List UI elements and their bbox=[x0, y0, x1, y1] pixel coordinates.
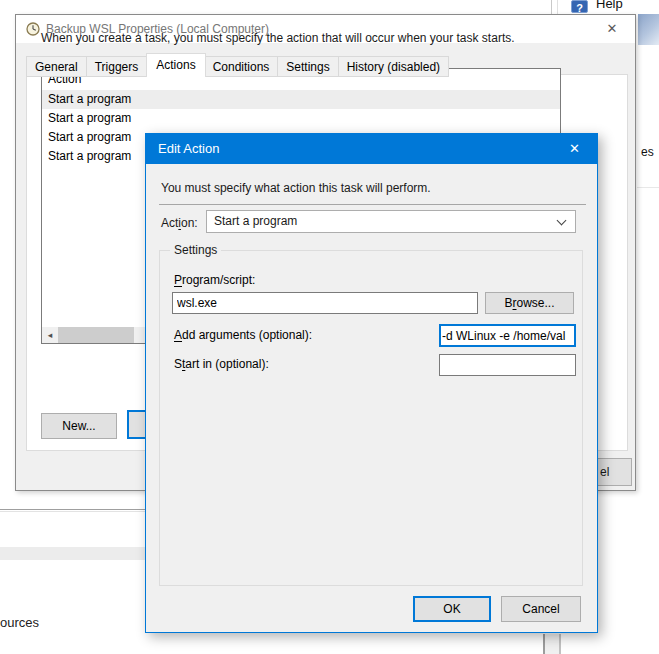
background-text-fragment: ources bbox=[0, 615, 39, 630]
toolbar-separator bbox=[557, 0, 558, 14]
help-menu-item[interactable]: Help bbox=[596, 0, 623, 11]
action-select-value: Start a program bbox=[214, 211, 297, 232]
tab-history[interactable]: History (disabled) bbox=[339, 56, 449, 77]
action-label: Action: bbox=[161, 216, 198, 230]
background-divider bbox=[637, 187, 659, 188]
dialog-description: You must specify what action this task w… bbox=[161, 181, 431, 195]
close-icon[interactable]: ✕ bbox=[552, 134, 597, 164]
list-item[interactable]: Start a program bbox=[42, 90, 560, 109]
close-icon[interactable]: ✕ bbox=[597, 15, 627, 43]
action-select[interactable]: Start a program bbox=[206, 210, 576, 233]
properties-cancel-button-fragment[interactable]: el bbox=[597, 458, 632, 486]
add-arguments-label: Add arguments (optional): bbox=[174, 328, 312, 342]
tab-conditions[interactable]: Conditions bbox=[205, 56, 279, 77]
background-divider bbox=[0, 511, 145, 512]
tab-settings[interactable]: Settings bbox=[278, 56, 338, 77]
new-button[interactable]: New... bbox=[41, 413, 117, 439]
browse-button[interactable]: Browse... bbox=[485, 292, 574, 314]
list-item[interactable]: Start a program bbox=[42, 109, 560, 128]
background-divider bbox=[543, 634, 545, 654]
tab-strip: General Triggers Actions Conditions Sett… bbox=[26, 53, 449, 77]
settings-group-label: Settings bbox=[170, 243, 221, 257]
start-in-input[interactable] bbox=[439, 354, 576, 376]
background-text-fragment: es bbox=[641, 145, 654, 159]
scrollbar-thumb[interactable] bbox=[58, 327, 134, 343]
dialog-title: Edit Action bbox=[158, 134, 219, 164]
toolbar-separator bbox=[551, 0, 552, 14]
add-arguments-input[interactable] bbox=[439, 324, 576, 347]
task-scheduler-icon bbox=[26, 22, 40, 36]
scroll-left-icon[interactable]: ◂ bbox=[42, 327, 58, 343]
background-row-fragment bbox=[0, 547, 145, 560]
program-script-label: Program/script: bbox=[174, 273, 255, 287]
background-banner-fragment bbox=[638, 14, 659, 45]
background-divider bbox=[0, 509, 145, 510]
help-icon[interactable]: ? bbox=[571, 0, 588, 13]
start-in-label: Start in (optional): bbox=[174, 357, 269, 371]
edit-action-dialog: Edit Action ✕ You must specify what acti… bbox=[145, 133, 598, 633]
program-script-input[interactable] bbox=[172, 292, 478, 314]
cancel-button[interactable]: Cancel bbox=[501, 596, 581, 622]
actions-description: When you create a task, you must specify… bbox=[41, 31, 601, 45]
tab-actions[interactable]: Actions bbox=[146, 53, 205, 77]
screen: ? Help es ources el Backup WSL Propertie… bbox=[0, 0, 659, 654]
background-divider bbox=[559, 634, 561, 654]
tab-general[interactable]: General bbox=[26, 56, 87, 77]
dialog-titlebar: Edit Action ✕ bbox=[146, 134, 597, 164]
edit-button-fragment[interactable] bbox=[127, 410, 147, 439]
ok-button[interactable]: OK bbox=[413, 596, 491, 622]
settings-group: Settings Program/script: Browse... Add a… bbox=[159, 250, 583, 586]
divider bbox=[159, 204, 586, 205]
chevron-down-icon bbox=[557, 216, 567, 226]
tab-triggers[interactable]: Triggers bbox=[87, 56, 148, 77]
